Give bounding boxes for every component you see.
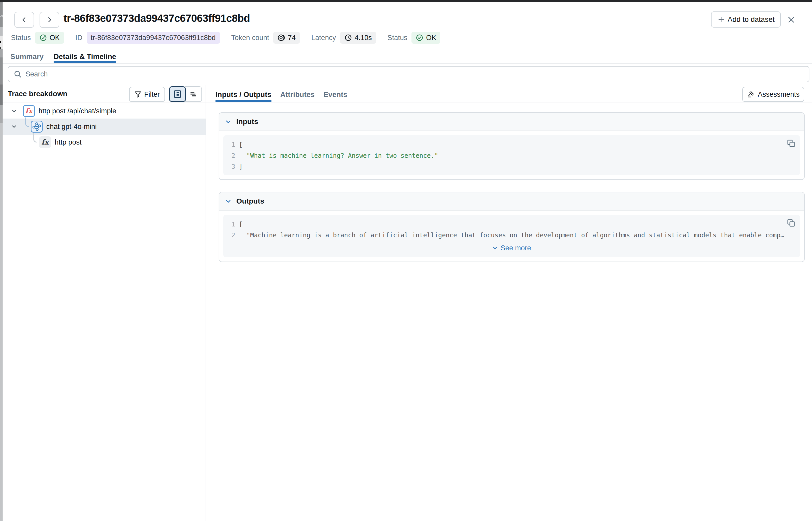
status-badge: OK <box>35 32 64 44</box>
chevron-down-icon <box>492 245 498 251</box>
span-row-chat-gpt4o-mini-selected[interactable]: chat gpt-4o-mini <box>3 118 206 135</box>
trace-breakdown-title: Trace breakdown <box>8 90 67 98</box>
divider <box>3 64 812 64</box>
line-number: 1 <box>223 219 235 230</box>
trace-meta-row: Status OK ID tr-86f83e07373da99437c67063… <box>11 31 440 44</box>
list-view-icon <box>173 90 182 98</box>
code-text: ] <box>239 161 242 172</box>
code-text: "What is machine learning? Answer in two… <box>239 150 438 161</box>
inputs-section: Inputs 1[ 2 "What is machine learning? A… <box>219 112 805 180</box>
chevron-down-icon[interactable] <box>11 123 17 130</box>
status2-label: Status <box>387 34 408 42</box>
status2-badge: OK <box>411 32 440 44</box>
close-drawer-button[interactable] <box>785 14 797 26</box>
outputs-section: Outputs 1[ 2 "Machine learning is a bran… <box>219 192 805 262</box>
line-number: 2 <box>223 150 235 161</box>
line-number: 2 <box>223 230 235 241</box>
add-to-dataset-label: Add to dataset <box>728 15 775 24</box>
copy-icon[interactable] <box>787 219 795 227</box>
add-to-dataset-button[interactable]: Add to dataset <box>711 12 781 27</box>
close-icon <box>787 15 796 24</box>
tab-attributes[interactable]: Attributes <box>280 87 315 102</box>
trace-title: tr-86f83e07373da99437c67063ff91c8bd <box>64 13 250 24</box>
token-count-badge: 74 <box>273 32 300 44</box>
latency-value: 4.10s <box>355 34 372 42</box>
panel-divider <box>206 85 206 521</box>
filter-button[interactable]: Filter <box>129 87 165 102</box>
latency-label: Latency <box>311 34 336 42</box>
list-view-toggle-active[interactable] <box>169 86 186 102</box>
divider <box>3 85 812 85</box>
token-count-label: Token count <box>231 34 269 42</box>
code-text: [ <box>239 219 242 230</box>
status-value: OK <box>50 34 60 42</box>
trace-detail-screen: t tr-86f83e07373da99437c67063ff91c8bd Ad… <box>0 0 812 521</box>
line-number: 3 <box>223 161 235 172</box>
tree-connector <box>33 133 37 142</box>
gantt-view-icon <box>189 90 198 98</box>
inputs-title: Inputs <box>236 117 258 126</box>
plus-icon <box>717 16 725 23</box>
model-icon <box>31 121 43 133</box>
background-dots <box>1 15 1 16</box>
page-tabs: Summary Details & Timeline <box>10 50 116 64</box>
detail-tabs: Inputs / Outputs Attributes Events <box>215 87 347 102</box>
chevron-down-icon <box>225 118 232 125</box>
chevron-right-icon <box>46 16 53 23</box>
span-row-http-post-api[interactable]: fx http post /api/chat/simple <box>3 104 206 118</box>
chevron-down-icon <box>225 198 232 205</box>
search-input[interactable] <box>25 70 804 78</box>
svg-text:fx: fx <box>25 107 33 115</box>
background-page-sliver: t <box>0 2 3 521</box>
tab-details-timeline[interactable]: Details & Timeline <box>54 50 116 64</box>
filter-label: Filter <box>144 90 160 98</box>
span-label: http post <box>55 138 82 146</box>
code-text: "Machine learning is a branch of artific… <box>239 230 784 241</box>
function-icon: fx <box>39 136 51 148</box>
outputs-section-header[interactable]: Outputs <box>219 192 804 210</box>
search-box[interactable] <box>8 66 809 82</box>
tree-connector <box>25 117 29 127</box>
browser-chrome-bar <box>0 0 812 2</box>
status2-value: OK <box>426 34 436 42</box>
check-circle-icon <box>415 34 423 42</box>
see-more-label: See more <box>500 243 531 253</box>
tree-view-toggle <box>169 86 202 102</box>
timeline-view-toggle[interactable] <box>185 86 202 102</box>
filter-funnel-icon <box>134 91 142 98</box>
previous-trace-button[interactable] <box>14 12 34 28</box>
chevron-left-icon <box>21 16 27 23</box>
copy-icon[interactable] <box>787 139 795 148</box>
span-label: chat gpt-4o-mini <box>46 123 97 131</box>
search-icon <box>14 70 22 78</box>
status-label: Status <box>11 34 31 42</box>
divider <box>3 102 812 103</box>
svg-text:fx: fx <box>41 138 49 146</box>
span-label: http post /api/chat/simple <box>39 107 116 115</box>
assessments-button[interactable]: Assessments <box>742 87 804 102</box>
see-more-link[interactable]: See more <box>223 242 800 254</box>
token-icon <box>277 34 285 42</box>
line-number: 1 <box>223 139 235 150</box>
tab-events[interactable]: Events <box>323 87 347 102</box>
span-row-http-post[interactable]: fx http post <box>3 135 206 150</box>
inputs-section-header[interactable]: Inputs <box>219 113 804 131</box>
assessments-label: Assessments <box>758 90 800 98</box>
outputs-code-block: 1[ 2 "Machine learning is a branch of ar… <box>223 215 800 257</box>
gavel-icon <box>747 90 755 98</box>
tab-summary[interactable]: Summary <box>10 50 44 64</box>
inputs-code-block: 1[ 2 "What is machine learning? Answer i… <box>223 135 800 175</box>
clock-icon <box>344 34 352 42</box>
chevron-down-icon[interactable] <box>11 108 17 114</box>
token-count-value: 74 <box>288 34 296 42</box>
next-trace-button[interactable] <box>40 12 59 28</box>
tab-inputs-outputs[interactable]: Inputs / Outputs <box>215 87 272 102</box>
code-text: [ <box>239 139 242 150</box>
trace-id-chip[interactable]: tr-86f83e07373da99437c67063ff91c8bd <box>87 32 220 44</box>
check-circle-icon <box>39 34 47 42</box>
latency-badge: 4.10s <box>340 32 376 44</box>
outputs-title: Outputs <box>236 197 264 205</box>
id-label: ID <box>76 34 83 42</box>
function-icon: fx <box>23 105 35 117</box>
